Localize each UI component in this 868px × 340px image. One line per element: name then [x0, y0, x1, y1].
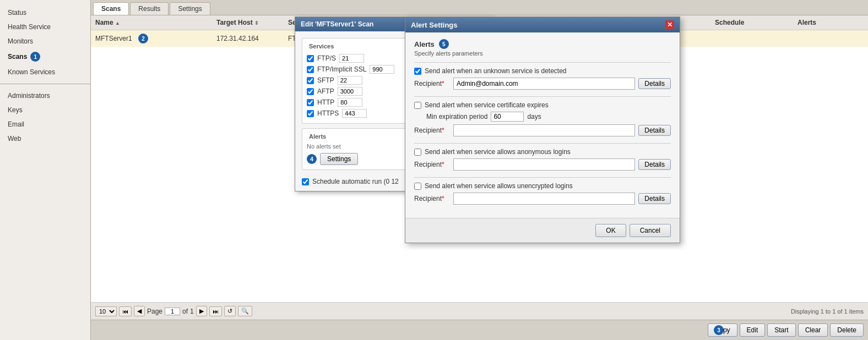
alert-section-title: Alerts 5 [414, 39, 671, 49]
service-port-https[interactable] [342, 109, 367, 118]
schedule-label: Schedule automatic run (0 12 [312, 178, 399, 185]
schedule-checkbox[interactable] [302, 178, 309, 185]
sidebar-item-label: Known Services [8, 68, 55, 76]
sidebar-item-health-service[interactable]: Health Service [0, 20, 90, 34]
sidebar-item-scans[interactable]: Scans 1 [0, 48, 90, 65]
service-checkbox-ftpssl[interactable] [307, 66, 314, 73]
action-badge: 3 [714, 325, 724, 335]
sidebar-item-web[interactable]: Web [0, 131, 90, 146]
action-buttons-bar: 3 Copy Edit Start Clear Delete [91, 320, 868, 340]
alert-check-row-unenc: Send alert when service allows unencrypt… [414, 182, 671, 190]
service-checkbox-http[interactable] [307, 99, 314, 106]
page-label: Page [147, 308, 162, 315]
pagination-display: Displaying 1 to 1 of 1 items [791, 308, 864, 315]
alert-label: Send alert when an unknown service is de… [425, 67, 567, 75]
details-button-unknown-service[interactable]: Details [638, 78, 671, 89]
details-button-unencrypted[interactable]: Details [638, 193, 671, 204]
service-checkbox-ftps[interactable] [307, 55, 314, 62]
recipient-input-anonymous[interactable] [453, 158, 635, 171]
prev-page-btn[interactable]: ◀ [134, 306, 145, 316]
last-page-btn[interactable]: ⏭ [209, 306, 222, 316]
details-button-anonymous[interactable]: Details [638, 159, 671, 170]
details-button-cert[interactable]: Details [638, 125, 671, 136]
alert-divider-3 [414, 143, 671, 144]
alert-dialog-body: Alerts 5 Specify alerts parameters Send … [405, 32, 680, 218]
sidebar-item-label: Health Service [8, 23, 51, 31]
per-page-select[interactable]: 10 25 50 [95, 306, 117, 316]
cancel-button[interactable]: Cancel [630, 224, 671, 237]
alert-label: Send alert when service certificate expi… [425, 101, 549, 109]
recipient-input-unencrypted[interactable] [453, 193, 635, 205]
next-page-btn[interactable]: ▶ [196, 306, 207, 316]
alert-checkbox-unknown-service[interactable] [414, 68, 421, 75]
service-port-sftp[interactable] [338, 76, 362, 85]
tab-results[interactable]: Results [130, 2, 169, 15]
alert-settings-dialog: Alert Settings ✕ Alerts 5 Specify alerts… [405, 17, 680, 243]
tab-settings[interactable]: Settings [170, 2, 210, 15]
alert-recipient-row-unenc: Recipient* Details [414, 193, 671, 205]
service-label: AFTP [317, 87, 334, 95]
search-btn[interactable]: 🔍 [238, 306, 252, 316]
sidebar-item-label: Email [8, 120, 24, 128]
alert-checkbox-anonymous[interactable] [414, 149, 421, 156]
service-checkbox-aftp[interactable] [307, 88, 314, 95]
sidebar-item-monitors[interactable]: Monitors [0, 34, 90, 48]
pagination-left: 10 25 50 ⏮ ◀ Page of 1 ▶ ⏭ ↺ 🔍 [95, 306, 252, 316]
first-page-btn[interactable]: ⏮ [119, 306, 132, 316]
alert-row-unknown-service: Send alert when an unknown service is de… [414, 67, 671, 90]
alert-divider-2 [414, 96, 671, 97]
sidebar-item-label: Web [8, 135, 21, 142]
service-label: FTP/S [317, 54, 336, 62]
service-label: HTTP [317, 98, 334, 106]
alert-row-cert-expires: Send alert when service certificate expi… [414, 101, 671, 136]
sidebar-item-label: Keys [8, 106, 23, 114]
recipient-label-unenc: Recipient* [414, 195, 450, 202]
edit-button[interactable]: Edit [740, 323, 766, 337]
service-checkbox-sftp[interactable] [307, 77, 314, 84]
start-button[interactable]: Start [767, 323, 795, 337]
alert-label: Send alert when service allows unencrypt… [425, 182, 573, 190]
service-port-ftps[interactable] [339, 54, 364, 63]
min-exp-input[interactable] [491, 112, 524, 122]
ok-button[interactable]: OK [595, 224, 626, 237]
alert-divider [414, 62, 671, 63]
sidebar-item-label: Scans [8, 53, 27, 61]
service-port-ftpssl[interactable] [370, 65, 394, 74]
alert-checkbox-unencrypted[interactable] [414, 183, 421, 190]
recipient-input-cert[interactable] [453, 124, 635, 136]
service-port-aftp[interactable] [338, 87, 362, 96]
alert-check-row-anon: Send alert when service allows anonymous… [414, 148, 671, 156]
clear-button[interactable]: Clear [798, 323, 828, 337]
sidebar-item-keys[interactable]: Keys [0, 103, 90, 117]
tab-scans[interactable]: Scans [93, 2, 129, 15]
delete-button[interactable]: Delete [830, 323, 864, 337]
of-value: 1 [190, 308, 194, 315]
alert-label: Send alert when service allows anonymous… [425, 148, 571, 156]
alert-check-row: Send alert when an unknown service is de… [414, 67, 671, 75]
sidebar-item-administrators[interactable]: Administrators [0, 89, 90, 103]
recipient-input-unknown-service[interactable] [453, 78, 635, 90]
sidebar-item-known-services[interactable]: Known Services [0, 65, 90, 79]
sidebar: Status Health Service Monitors Scans 1 K… [0, 0, 91, 340]
col-header-schedule: Schedule [715, 19, 798, 26]
sidebar-item-status[interactable]: Status [0, 6, 90, 20]
service-port-http[interactable] [338, 98, 362, 107]
page-input[interactable] [165, 308, 180, 315]
alert-checkbox-cert-expires[interactable] [414, 102, 421, 109]
alert-row-anonymous: Send alert when service allows anonymous… [414, 148, 671, 171]
cell-name: MFTServer1 2 [95, 34, 216, 43]
alert-dialog-title: Alert Settings [411, 21, 458, 29]
service-checkbox-https[interactable] [307, 110, 314, 117]
recipient-label-cert: Recipient* [414, 127, 450, 134]
service-label: FTP/Implicit SSL [317, 65, 366, 73]
refresh-btn[interactable]: ↺ [224, 306, 236, 316]
close-button[interactable]: ✕ [665, 20, 674, 29]
sort-arrow-target: ⇕ [254, 20, 259, 26]
sidebar-item-email[interactable]: Email [0, 117, 90, 131]
col-header-alerts: Alerts [798, 19, 864, 26]
alert-settings-button[interactable]: Settings [320, 153, 358, 165]
alert-section-subtitle: Specify alerts parameters [414, 50, 671, 57]
col-header-name: Name ▲ [95, 19, 216, 26]
alert-recipient-row-anon: Recipient* Details [414, 158, 671, 171]
row-badge: 2 [138, 34, 148, 43]
